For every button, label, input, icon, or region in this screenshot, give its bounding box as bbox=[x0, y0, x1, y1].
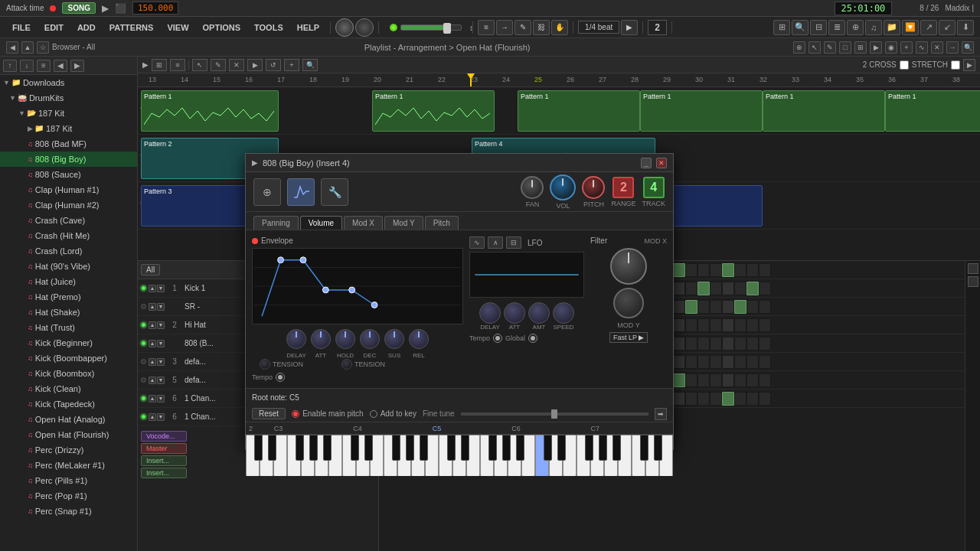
sidebar-item-clap1[interactable]: ♫ Clap (Human #1) bbox=[0, 182, 137, 197]
master-label[interactable]: Master bbox=[141, 443, 187, 454]
beat-cell-5-26[interactable] bbox=[697, 355, 710, 369]
global-circle[interactable] bbox=[528, 334, 537, 343]
sidebar-item-perc-mel[interactable]: ♫ Perc (MeLaker #1) bbox=[0, 458, 137, 473]
black-key-Ds6[interactable] bbox=[654, 435, 662, 461]
beat-cell-0-24[interactable] bbox=[673, 263, 685, 277]
black-key-Cs5[interactable] bbox=[544, 435, 552, 461]
beat-cell-3-31[interactable] bbox=[759, 318, 771, 332]
cursor-btn[interactable]: ↖ bbox=[192, 59, 207, 71]
dialog-minimize-btn[interactable]: _ bbox=[641, 158, 652, 168]
beat-cell-2-24[interactable] bbox=[673, 300, 685, 314]
filter-type-dropdown[interactable]: Fast LP ▶ bbox=[609, 332, 648, 343]
sidebar-item-hat-premo[interactable]: ♫ Hat (Premo) bbox=[0, 289, 137, 305]
beat-cell-3-28[interactable] bbox=[722, 318, 734, 332]
toolbar-x[interactable]: ✕ bbox=[931, 41, 943, 54]
beat-cell-5-30[interactable] bbox=[746, 355, 759, 369]
menu-view[interactable]: VIEW bbox=[161, 21, 194, 34]
sidebar-item-hat-trust[interactable]: ♫ Hat (Trust) bbox=[0, 320, 137, 335]
sidebar-item-kick-tape[interactable]: ♫ Kick (Tapedeck) bbox=[0, 396, 137, 412]
beat-cell-4-28[interactable] bbox=[722, 337, 734, 350]
nav-up-btn[interactable]: ▲ bbox=[21, 41, 34, 54]
beat-cell-1-29[interactable] bbox=[734, 282, 746, 295]
piano-roll-icon[interactable]: ♫ bbox=[865, 20, 882, 35]
beat-arrow-icon[interactable]: ▶ bbox=[621, 20, 638, 35]
sidebar-btn-5[interactable]: ▶ bbox=[70, 60, 84, 72]
pitch-knob[interactable] bbox=[582, 176, 605, 199]
up-arrow[interactable]: ▲ bbox=[149, 321, 156, 329]
sidebar-item-kick-clean[interactable]: ♫ Kick (Clean) bbox=[0, 381, 137, 396]
menu-tools[interactable]: TOOLS bbox=[248, 21, 289, 34]
up-arrow[interactable]: ▲ bbox=[149, 340, 156, 347]
toolbar-right[interactable]: → bbox=[946, 41, 959, 54]
down-arrow[interactable]: ▼ bbox=[157, 395, 165, 403]
black-key-Ds5[interactable] bbox=[557, 435, 566, 461]
sidebar-item-oh-analog[interactable]: ♫ Open Hat (Analog) bbox=[0, 412, 137, 427]
tempo-circle[interactable] bbox=[276, 373, 285, 382]
beat-cell-4-24[interactable] bbox=[673, 337, 685, 350]
insert1-label[interactable]: Insert... bbox=[141, 455, 187, 466]
zoom2-btn[interactable]: 🔍 bbox=[302, 59, 318, 71]
black-key-Fs4[interactable] bbox=[488, 435, 497, 461]
lfo-speed-knob[interactable] bbox=[553, 302, 574, 324]
sidebar-item-downloads[interactable]: ▼ 📁 Downloads bbox=[0, 75, 137, 90]
track-content-1[interactable]: Pattern 1 Pattern 1 Patter bbox=[141, 87, 980, 134]
beat-cell-2-27[interactable] bbox=[710, 300, 722, 314]
black-key-Fs3[interactable] bbox=[392, 435, 400, 461]
sidebar-item-kick-boombox[interactable]: ♫ Kick (Boombox) bbox=[0, 366, 137, 381]
tension2-knob[interactable] bbox=[341, 359, 352, 370]
beat-cell-7-27[interactable] bbox=[710, 392, 722, 406]
beat-cell-0-28[interactable] bbox=[722, 263, 734, 277]
beat-cell-2-28[interactable] bbox=[722, 300, 734, 314]
delay-knob[interactable] bbox=[286, 329, 306, 349]
logo2-icon[interactable] bbox=[355, 18, 374, 37]
stop-icon[interactable]: ⬛ bbox=[115, 3, 126, 14]
plugin-cursor-btn[interactable]: ⊕ bbox=[253, 178, 281, 206]
sidebar-item-crash-hitme[interactable]: ♫ Crash (Hit Me) bbox=[0, 228, 137, 243]
sidebar-btn-1[interactable]: ↑ bbox=[3, 60, 17, 72]
pattern-block-1-6[interactable]: Pattern 1 bbox=[885, 90, 980, 132]
beat-cell-1-26[interactable] bbox=[697, 282, 710, 295]
sidebar-item-drumkits[interactable]: ▼ 🥁 DrumKits bbox=[0, 90, 137, 106]
beat-cell-7-24[interactable] bbox=[673, 392, 685, 406]
pattern-block-1-1[interactable]: Pattern 1 bbox=[141, 90, 279, 132]
add-to-key-radio[interactable] bbox=[370, 410, 377, 418]
menu-help[interactable]: HELP bbox=[291, 21, 325, 34]
beat-cell-3-27[interactable] bbox=[710, 318, 722, 332]
beat-cell-7-28[interactable] bbox=[722, 392, 734, 406]
enable-pitch-radio[interactable] bbox=[292, 410, 299, 418]
black-key-Cs3[interactable] bbox=[351, 435, 359, 461]
beat-cell-1-27[interactable] bbox=[710, 282, 722, 295]
grid-icon[interactable]: ⊟ bbox=[810, 20, 827, 35]
beat-cell-3-29[interactable] bbox=[734, 318, 746, 332]
down-arrow[interactable]: ▼ bbox=[157, 358, 165, 366]
black-key-Fs2[interactable] bbox=[296, 435, 304, 461]
toolbar-select[interactable]: □ bbox=[839, 41, 851, 54]
sidebar-btn-2[interactable]: ↓ bbox=[20, 60, 34, 72]
grab-icon[interactable]: ✋ bbox=[551, 20, 568, 35]
beat-cell-2-30[interactable] bbox=[746, 300, 759, 314]
scroll-right[interactable]: ▶ bbox=[963, 59, 975, 71]
play-icon[interactable]: ▶ bbox=[102, 3, 109, 14]
beat-cell-0-30[interactable] bbox=[746, 263, 759, 277]
filter-cutoff-knob[interactable] bbox=[610, 248, 647, 285]
toolbar-cursor[interactable]: ↖ bbox=[808, 41, 821, 54]
beat-cell-7-26[interactable] bbox=[697, 392, 710, 406]
beat-cell-6-24[interactable] bbox=[673, 373, 685, 387]
beat-cell-1-25[interactable] bbox=[685, 282, 697, 295]
browser-icon[interactable]: 📁 bbox=[884, 20, 900, 35]
play-btn[interactable]: ▶ bbox=[247, 59, 263, 71]
beat-cell-5-28[interactable] bbox=[722, 355, 734, 369]
loop-btn[interactable]: ↺ bbox=[266, 59, 281, 71]
sidebar-item-kick-beginner[interactable]: ♫ Kick (Beginner) bbox=[0, 335, 137, 350]
logo-icon[interactable] bbox=[335, 18, 354, 37]
plugin-wrench-btn[interactable]: 🔧 bbox=[321, 178, 348, 206]
snap-icon[interactable]: ⊞ bbox=[773, 20, 790, 35]
pattern-icon[interactable]: ≡ bbox=[478, 20, 495, 35]
beat-cell-2-25[interactable] bbox=[685, 300, 697, 314]
beat-cell-6-30[interactable] bbox=[746, 373, 759, 387]
tab-panning[interactable]: Panning bbox=[253, 216, 299, 230]
beat-cell-1-30[interactable] bbox=[746, 282, 759, 295]
lfo-amt-knob[interactable] bbox=[528, 302, 550, 324]
down-arrow[interactable]: ▼ bbox=[157, 413, 165, 421]
channel-icon[interactable]: ≣ bbox=[828, 20, 845, 35]
